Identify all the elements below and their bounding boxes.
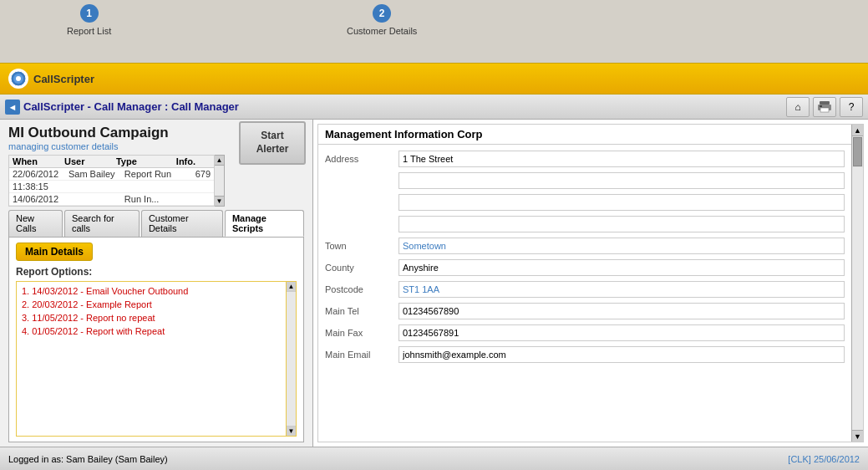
activity-type-2 [124, 181, 181, 192]
form-row-address: Address [318, 148, 851, 170]
input-address4[interactable] [398, 216, 845, 232]
label-town: Town [325, 241, 392, 251]
report-options-title: Report Options: [9, 264, 303, 279]
logged-in-text: Logged in as: Sam Bailey (Sam Bailey) [8, 454, 168, 464]
input-tel[interactable] [398, 303, 845, 319]
form-row-county: County [318, 257, 851, 278]
scroll-thumb [853, 137, 862, 166]
activity-row-3: 14/06/2012 Run In... [9, 193, 214, 206]
label-fax: Main Fax [325, 328, 392, 338]
home-button[interactable]: ⌂ [786, 97, 810, 117]
logo-text: CallScripter [33, 73, 94, 85]
input-fax[interactable] [398, 324, 845, 341]
tab-content: Main Details Report Options: 1. 14/03/20… [8, 237, 304, 442]
svg-rect-6 [820, 105, 822, 107]
nav-icons: ⌂ ? [786, 97, 863, 117]
status-date-val: 25/06/2012 [814, 454, 860, 464]
annotation-area: 1 Report List 2 Customer Details [0, 0, 868, 63]
label-county: County [325, 263, 392, 273]
report-item-2[interactable]: 2. 20/03/2012 - Example Report [20, 298, 282, 311]
status-right: [CLK] 25/06/2012 [788, 454, 860, 464]
annotation-2: 2 Customer Details [347, 4, 417, 36]
activity-scrollbar[interactable]: ▲ ▼ [215, 155, 225, 207]
report-list: 1. 14/03/2012 - Email Voucher Outbound 2… [16, 281, 287, 437]
activity-when-2: 11:38:15 [13, 181, 62, 192]
activity-when-1: 22/06/2012 [13, 169, 62, 179]
svg-rect-3 [820, 101, 830, 105]
form-row-address2 [318, 170, 851, 192]
col-type-header: Type [116, 156, 168, 166]
report-item-3[interactable]: 3. 11/05/2012 - Report no repeat [20, 311, 282, 324]
activity-info-1: 679 [188, 169, 211, 179]
main-content: MI Outbound Campaign managing customer d… [0, 120, 868, 447]
svg-rect-5 [820, 108, 829, 112]
label-tel: Main Tel [325, 306, 392, 316]
left-panel: MI Outbound Campaign managing customer d… [0, 120, 313, 447]
form-row-postcode: Postcode [318, 278, 851, 300]
input-town[interactable] [398, 238, 845, 254]
col-user-header: User [64, 156, 109, 166]
back-button[interactable]: ◄ [5, 100, 20, 115]
logo-icon [8, 69, 28, 89]
nav-bar: ◄ CallScripter - Call Manager : Call Man… [0, 95, 868, 120]
activity-info-2 [188, 181, 211, 192]
header-bar: CallScripter [0, 63, 868, 95]
input-county[interactable] [398, 259, 845, 276]
report-item-1[interactable]: 1. 14/03/2012 - Email Voucher Outbound [20, 284, 282, 298]
main-details-button[interactable]: Main Details [16, 243, 93, 261]
report-scroll-down[interactable]: ▼ [287, 426, 296, 436]
annotation-label-2: Customer Details [347, 26, 417, 36]
svg-point-2 [16, 76, 21, 81]
report-scroll-up[interactable]: ▲ [287, 282, 296, 292]
activity-type-3: Run In... [124, 194, 181, 204]
status-bar: Logged in as: Sam Bailey (Sam Bailey) [C… [0, 447, 868, 470]
customer-form: Address [318, 145, 851, 442]
activity-user-1: Sam Bailey [69, 169, 118, 179]
print-button[interactable] [813, 97, 836, 117]
annotation-1: 1 Report List [67, 4, 111, 36]
activity-user-3 [69, 194, 118, 204]
tab-search-calls[interactable]: Search for calls [64, 210, 140, 237]
bubble-1: 1 [80, 4, 99, 23]
help-button[interactable]: ? [840, 97, 863, 117]
tab-customer-details[interactable]: Customer Details [141, 210, 223, 237]
scroll-down-arrow[interactable]: ▼ [215, 196, 224, 206]
scroll-up-arrow[interactable]: ▲ [215, 156, 224, 166]
input-postcode[interactable] [398, 281, 845, 298]
label-postcode: Postcode [325, 284, 392, 294]
annotation-label-1: Report List [67, 26, 111, 36]
customer-scroll-up[interactable]: ▲ [852, 125, 863, 136]
report-list-scrollbar[interactable]: ▲ ▼ [287, 281, 297, 437]
campaign-header: MI Outbound Campaign managing customer d… [0, 120, 233, 151]
activity-type-1: Report Run [124, 169, 181, 179]
report-item-4[interactable]: 4. 01/05/2012 - Report with Repeat [20, 324, 282, 338]
tab-new-calls[interactable]: New Calls [8, 210, 63, 237]
activity-row-1: 22/06/2012 Sam Bailey Report Run 679 [9, 168, 214, 181]
activity-user-2 [69, 181, 118, 192]
input-email[interactable] [398, 346, 845, 363]
input-address[interactable] [398, 151, 845, 167]
activity-when-3: 14/06/2012 [13, 194, 62, 204]
bubble-2: 2 [373, 4, 391, 23]
col-when-header: When [13, 156, 58, 166]
start-alerter-button[interactable]: Start Alerter [239, 121, 306, 165]
campaign-title: MI Outbound Campaign [8, 125, 225, 141]
label-address: Address [325, 154, 392, 164]
form-row-town: Town [318, 235, 851, 257]
tab-manage-scripts[interactable]: Manage Scripts [225, 210, 304, 237]
activity-info-3 [188, 194, 211, 204]
form-row-email: Main Email [318, 344, 851, 365]
campaign-subtitle: managing customer details [8, 141, 225, 151]
campaign-section: MI Outbound Campaign managing customer d… [0, 120, 312, 207]
activity-header: When User Type Info. [9, 156, 214, 168]
right-panel: Management Information Corp Address [313, 120, 868, 447]
customer-scrollbar[interactable]: ▲ ▼ [851, 125, 863, 442]
customer-scroll-down[interactable]: ▼ [852, 430, 863, 442]
form-row-fax: Main Fax [318, 322, 851, 344]
customer-panel: Management Information Corp Address [317, 124, 864, 442]
customer-title: Management Information Corp [318, 125, 851, 145]
clk-link[interactable]: [CLK] [788, 454, 811, 464]
logo-area: CallScripter [8, 69, 94, 89]
input-address2[interactable] [398, 172, 845, 189]
input-address3[interactable] [398, 194, 845, 211]
